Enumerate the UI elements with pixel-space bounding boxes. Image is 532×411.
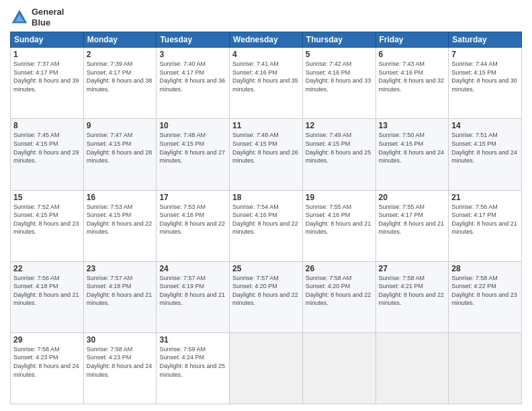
calendar-week-1: 8 Sunrise: 7:45 AM Sunset: 4:15 PM Dayli… <box>11 119 522 190</box>
day-number: 21 <box>451 193 519 202</box>
calendar-cell: 25 Sunrise: 7:57 AM Sunset: 4:20 PM Dayl… <box>230 261 303 332</box>
calendar-cell: 23 Sunrise: 7:57 AM Sunset: 4:18 PM Dayl… <box>83 261 157 332</box>
calendar-cell <box>302 332 375 404</box>
calendar-week-2: 15 Sunrise: 7:52 AM Sunset: 4:15 PM Dayl… <box>11 190 522 261</box>
calendar-week-0: 1 Sunrise: 7:37 AM Sunset: 4:17 PM Dayli… <box>11 48 522 119</box>
day-number: 9 <box>87 121 154 130</box>
calendar-cell: 24 Sunrise: 7:57 AM Sunset: 4:19 PM Dayl… <box>157 261 230 332</box>
day-info: Sunrise: 7:43 AM Sunset: 4:16 PM Dayligh… <box>379 60 446 93</box>
calendar-cell: 30 Sunrise: 7:58 AM Sunset: 4:23 PM Dayl… <box>83 332 157 404</box>
calendar-cell: 7 Sunrise: 7:44 AM Sunset: 4:15 PM Dayli… <box>449 48 522 119</box>
day-number: 20 <box>379 193 446 202</box>
day-number: 12 <box>306 121 373 130</box>
day-info: Sunrise: 7:57 AM Sunset: 4:18 PM Dayligh… <box>87 274 154 308</box>
day-number: 16 <box>87 193 154 202</box>
day-number: 31 <box>159 335 226 345</box>
calendar-header-sunday: Sunday <box>11 32 84 48</box>
day-info: Sunrise: 7:44 AM Sunset: 4:15 PM Dayligh… <box>451 60 519 93</box>
day-info: Sunrise: 7:52 AM Sunset: 4:15 PM Dayligh… <box>13 203 81 236</box>
day-info: Sunrise: 7:58 AM Sunset: 4:20 PM Dayligh… <box>306 274 373 308</box>
day-number: 25 <box>232 264 300 273</box>
calendar-cell: 22 Sunrise: 7:56 AM Sunset: 4:18 PM Dayl… <box>11 261 84 332</box>
day-info: Sunrise: 7:58 AM Sunset: 4:23 PM Dayligh… <box>13 345 81 379</box>
calendar-cell: 5 Sunrise: 7:42 AM Sunset: 4:16 PM Dayli… <box>302 48 375 119</box>
day-info: Sunrise: 7:53 AM Sunset: 4:15 PM Dayligh… <box>87 203 154 236</box>
calendar-cell <box>449 332 522 404</box>
day-number: 26 <box>306 264 373 273</box>
page: General Blue SundayMondayTuesdayWednesda… <box>0 0 532 411</box>
calendar-cell <box>375 332 449 404</box>
calendar-cell: 11 Sunrise: 7:48 AM Sunset: 4:15 PM Dayl… <box>230 119 303 190</box>
calendar-cell: 2 Sunrise: 7:39 AM Sunset: 4:17 PM Dayli… <box>83 48 157 119</box>
day-info: Sunrise: 7:50 AM Sunset: 4:15 PM Dayligh… <box>379 131 446 165</box>
calendar-header-wednesday: Wednesday <box>230 32 303 48</box>
calendar-cell: 17 Sunrise: 7:53 AM Sunset: 4:16 PM Dayl… <box>157 190 230 261</box>
day-info: Sunrise: 7:56 AM Sunset: 4:18 PM Dayligh… <box>13 274 81 308</box>
day-info: Sunrise: 7:48 AM Sunset: 4:15 PM Dayligh… <box>159 131 226 165</box>
calendar-cell: 29 Sunrise: 7:58 AM Sunset: 4:23 PM Dayl… <box>11 332 84 404</box>
calendar-cell: 26 Sunrise: 7:58 AM Sunset: 4:20 PM Dayl… <box>302 261 375 332</box>
calendar-header-thursday: Thursday <box>302 32 375 48</box>
calendar-cell <box>230 332 303 404</box>
calendar-cell: 6 Sunrise: 7:43 AM Sunset: 4:16 PM Dayli… <box>375 48 449 119</box>
logo-icon <box>10 8 29 27</box>
day-info: Sunrise: 7:57 AM Sunset: 4:19 PM Dayligh… <box>159 274 226 308</box>
day-info: Sunrise: 7:45 AM Sunset: 4:15 PM Dayligh… <box>13 131 81 165</box>
day-number: 5 <box>306 50 373 59</box>
day-info: Sunrise: 7:59 AM Sunset: 4:24 PM Dayligh… <box>159 345 226 379</box>
calendar-header-saturday: Saturday <box>449 32 522 48</box>
day-info: Sunrise: 7:58 AM Sunset: 4:23 PM Dayligh… <box>87 345 154 379</box>
calendar-cell: 16 Sunrise: 7:53 AM Sunset: 4:15 PM Dayl… <box>83 190 157 261</box>
logo: General Blue <box>10 7 64 28</box>
day-number: 22 <box>13 264 81 273</box>
day-number: 1 <box>13 50 81 59</box>
day-info: Sunrise: 7:57 AM Sunset: 4:20 PM Dayligh… <box>232 274 300 308</box>
day-info: Sunrise: 7:53 AM Sunset: 4:16 PM Dayligh… <box>159 203 226 236</box>
day-info: Sunrise: 7:37 AM Sunset: 4:17 PM Dayligh… <box>13 60 81 93</box>
calendar-cell: 4 Sunrise: 7:41 AM Sunset: 4:16 PM Dayli… <box>230 48 303 119</box>
day-info: Sunrise: 7:55 AM Sunset: 4:17 PM Dayligh… <box>379 203 446 236</box>
day-info: Sunrise: 7:55 AM Sunset: 4:16 PM Dayligh… <box>306 203 373 236</box>
day-info: Sunrise: 7:58 AM Sunset: 4:21 PM Dayligh… <box>379 274 446 308</box>
day-info: Sunrise: 7:41 AM Sunset: 4:16 PM Dayligh… <box>232 60 300 93</box>
calendar-week-4: 29 Sunrise: 7:58 AM Sunset: 4:23 PM Dayl… <box>11 332 522 404</box>
calendar-cell: 31 Sunrise: 7:59 AM Sunset: 4:24 PM Dayl… <box>157 332 230 404</box>
day-info: Sunrise: 7:51 AM Sunset: 4:15 PM Dayligh… <box>451 131 519 165</box>
day-number: 3 <box>159 50 226 59</box>
calendar-cell: 12 Sunrise: 7:49 AM Sunset: 4:15 PM Dayl… <box>302 119 375 190</box>
day-info: Sunrise: 7:49 AM Sunset: 4:15 PM Dayligh… <box>306 131 373 165</box>
logo-text: General Blue <box>32 7 64 28</box>
day-number: 28 <box>451 264 519 273</box>
calendar-header-monday: Monday <box>83 32 157 48</box>
calendar-cell: 13 Sunrise: 7:50 AM Sunset: 4:15 PM Dayl… <box>375 119 449 190</box>
day-number: 2 <box>87 50 154 59</box>
day-number: 4 <box>232 50 300 59</box>
calendar-cell: 21 Sunrise: 7:56 AM Sunset: 4:17 PM Dayl… <box>449 190 522 261</box>
day-info: Sunrise: 7:40 AM Sunset: 4:17 PM Dayligh… <box>159 60 226 93</box>
day-number: 19 <box>306 193 373 202</box>
day-number: 11 <box>232 121 300 130</box>
day-number: 27 <box>379 264 446 273</box>
day-number: 8 <box>13 121 81 130</box>
calendar-cell: 28 Sunrise: 7:58 AM Sunset: 4:22 PM Dayl… <box>449 261 522 332</box>
day-number: 18 <box>232 193 300 202</box>
day-number: 23 <box>87 264 154 273</box>
day-number: 17 <box>159 193 226 202</box>
calendar-header-row: SundayMondayTuesdayWednesdayThursdayFrid… <box>11 32 522 48</box>
day-number: 6 <box>379 50 446 59</box>
calendar-cell: 18 Sunrise: 7:54 AM Sunset: 4:16 PM Dayl… <box>230 190 303 261</box>
calendar-header-tuesday: Tuesday <box>157 32 230 48</box>
day-number: 30 <box>87 335 154 345</box>
calendar-cell: 1 Sunrise: 7:37 AM Sunset: 4:17 PM Dayli… <box>11 48 84 119</box>
day-info: Sunrise: 7:47 AM Sunset: 4:15 PM Dayligh… <box>87 131 154 165</box>
calendar-cell: 9 Sunrise: 7:47 AM Sunset: 4:15 PM Dayli… <box>83 119 157 190</box>
calendar-cell: 8 Sunrise: 7:45 AM Sunset: 4:15 PM Dayli… <box>11 119 84 190</box>
header: General Blue <box>10 7 522 28</box>
day-info: Sunrise: 7:54 AM Sunset: 4:16 PM Dayligh… <box>232 203 300 236</box>
calendar-cell: 3 Sunrise: 7:40 AM Sunset: 4:17 PM Dayli… <box>157 48 230 119</box>
day-info: Sunrise: 7:58 AM Sunset: 4:22 PM Dayligh… <box>451 274 519 308</box>
calendar-cell: 15 Sunrise: 7:52 AM Sunset: 4:15 PM Dayl… <box>11 190 84 261</box>
day-info: Sunrise: 7:39 AM Sunset: 4:17 PM Dayligh… <box>87 60 154 93</box>
day-number: 7 <box>451 50 519 59</box>
calendar-cell: 19 Sunrise: 7:55 AM Sunset: 4:16 PM Dayl… <box>302 190 375 261</box>
